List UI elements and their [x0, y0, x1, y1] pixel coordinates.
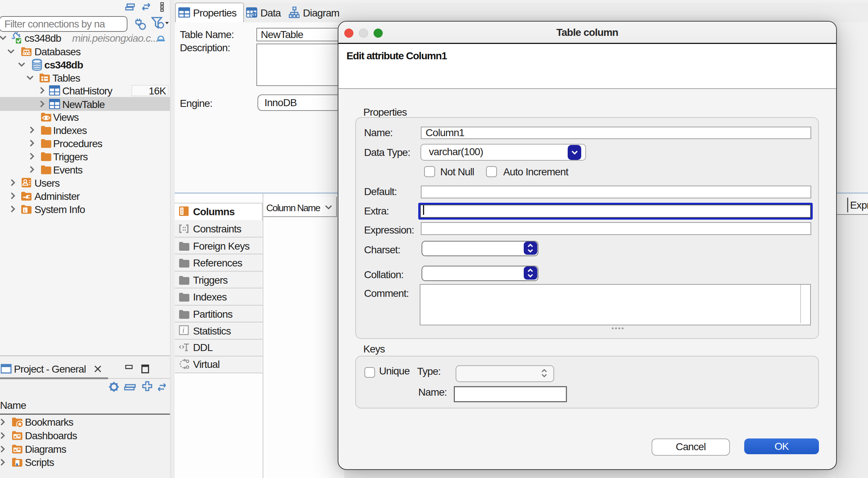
svg-text:i: i — [182, 326, 185, 334]
svg-text:i: i — [24, 208, 26, 213]
